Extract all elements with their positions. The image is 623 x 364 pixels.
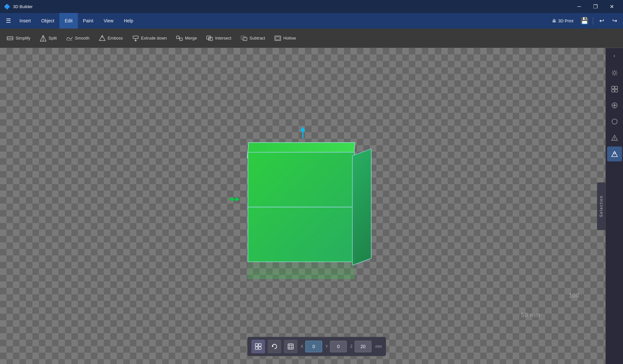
menubar: ☰ Insert Object Edit Paint View Help 🖶 3… <box>0 13 623 29</box>
3d-object[interactable] <box>248 142 358 252</box>
svg-rect-42 <box>615 89 617 92</box>
sidebar-align-button[interactable] <box>607 98 622 113</box>
cube-front-face <box>248 152 355 262</box>
minimize-button[interactable]: ─ <box>572 0 587 13</box>
intersect-icon <box>206 35 213 42</box>
svg-rect-11 <box>180 38 182 41</box>
svg-rect-23 <box>259 347 261 349</box>
redo-button[interactable]: ↪ <box>609 15 620 27</box>
emboss-button[interactable]: Emboss <box>95 30 127 47</box>
hamburger-menu[interactable]: ☰ <box>3 13 14 29</box>
smooth-icon <box>66 35 73 42</box>
extrude-down-icon <box>132 35 139 42</box>
maximize-button[interactable]: ❐ <box>588 0 603 13</box>
sidebar-collapse-button[interactable]: ‹ <box>606 49 623 62</box>
crop-button[interactable] <box>284 340 298 353</box>
toolbar-divider <box>593 17 593 25</box>
subtract-button[interactable]: Subtract <box>237 30 269 47</box>
z-coordinate-group: Z <box>349 341 372 352</box>
svg-line-12 <box>179 37 180 39</box>
sidebar-warn-button[interactable] <box>607 130 622 145</box>
extrude-down-button[interactable]: Extrude down <box>128 30 171 47</box>
undo-button[interactable]: ↩ <box>596 15 607 27</box>
z-input[interactable] <box>355 341 372 352</box>
cube-right-face <box>352 148 372 265</box>
svg-rect-22 <box>255 347 258 349</box>
svg-rect-7 <box>133 36 138 39</box>
sidebar-scene-button[interactable] <box>607 65 622 80</box>
y-label: Y <box>325 344 329 349</box>
3d-print-button[interactable]: 🖶 3D Print <box>548 17 577 25</box>
print-icon: 🖶 <box>552 18 556 23</box>
svg-line-37 <box>616 71 617 72</box>
intersect-button[interactable]: Intersect <box>202 30 235 47</box>
dimension-label-100: 100 <box>569 292 580 299</box>
emboss-icon <box>99 35 106 42</box>
merge-button[interactable]: Merge <box>172 30 201 47</box>
transform-toolbar: X Y Z mm <box>247 337 386 356</box>
menu-insert[interactable]: Insert <box>14 13 36 29</box>
simplify-button[interactable]: Simplify <box>3 30 34 47</box>
selection-tab[interactable]: Selection <box>597 182 605 230</box>
dimension-label-50: 50 mm <box>521 312 541 319</box>
x-coordinate-group: X <box>300 341 322 352</box>
arrow-up-shaft <box>302 131 303 138</box>
app-icon: 🔷 <box>4 4 10 10</box>
app-title: 3D Builder <box>13 4 33 9</box>
menu-object[interactable]: Object <box>36 13 59 29</box>
x-input[interactable] <box>305 341 322 352</box>
transform-arrow-up[interactable] <box>300 126 305 138</box>
svg-rect-39 <box>612 86 614 89</box>
subtract-icon <box>240 35 248 42</box>
menu-help[interactable]: Help <box>119 13 139 29</box>
save-button[interactable]: 💾 <box>579 15 590 27</box>
sidebar-objects-button[interactable] <box>607 82 622 97</box>
svg-marker-9 <box>134 40 137 41</box>
arrow-left-head <box>229 197 233 202</box>
menu-edit[interactable]: Edit <box>59 13 78 29</box>
smooth-button[interactable]: Smooth <box>62 30 93 47</box>
svg-rect-41 <box>612 89 614 92</box>
snap-button[interactable] <box>251 340 265 353</box>
hollow-icon <box>274 35 281 42</box>
svg-rect-25 <box>288 344 293 349</box>
close-button[interactable]: ✕ <box>604 0 619 13</box>
svg-point-47 <box>612 119 617 124</box>
svg-marker-24 <box>272 345 274 347</box>
arrow-h-shaft <box>233 199 236 200</box>
titlebar-controls: ─ ❐ ✕ <box>572 0 619 13</box>
svg-rect-20 <box>255 344 258 346</box>
right-sidebar: ‹ <box>605 48 623 364</box>
split-icon <box>40 35 47 42</box>
edit-toolbar: Simplify Split Smooth Emboss <box>0 29 623 48</box>
titlebar-left: 🔷 3D Builder <box>4 4 33 10</box>
unit-label: mm <box>375 344 382 349</box>
x-label: X <box>300 344 304 349</box>
svg-line-36 <box>616 75 617 76</box>
sidebar-circle-button[interactable] <box>607 114 622 129</box>
svg-line-35 <box>612 71 613 72</box>
svg-rect-40 <box>615 86 617 89</box>
sidebar-active-button[interactable] <box>607 147 622 161</box>
transform-arrow-horizontal[interactable] <box>229 197 240 202</box>
merge-icon <box>176 35 183 42</box>
svg-rect-21 <box>259 344 261 346</box>
titlebar: 🔷 3D Builder ─ ❐ ✕ <box>0 0 623 13</box>
svg-rect-10 <box>177 36 179 39</box>
arrow-right-head <box>236 197 240 202</box>
y-input[interactable] <box>330 341 347 352</box>
arrow-up-head <box>300 126 305 131</box>
reset-button[interactable] <box>268 340 281 353</box>
cube-reflection <box>248 253 355 279</box>
menubar-right: 🖶 3D Print 💾 ↩ ↪ <box>548 15 620 27</box>
menu-paint[interactable]: Paint <box>78 13 99 29</box>
cube-mesh <box>248 142 358 252</box>
split-button[interactable]: Split <box>36 30 61 47</box>
hollow-button[interactable]: Hollow <box>270 30 300 47</box>
main-area: 50 mm 100 <box>0 48 623 364</box>
viewport-canvas[interactable]: 50 mm 100 <box>0 48 605 364</box>
svg-point-50 <box>614 139 615 140</box>
svg-rect-19 <box>276 37 280 40</box>
y-coordinate-group: Y <box>325 341 347 352</box>
menu-view[interactable]: View <box>99 13 119 29</box>
